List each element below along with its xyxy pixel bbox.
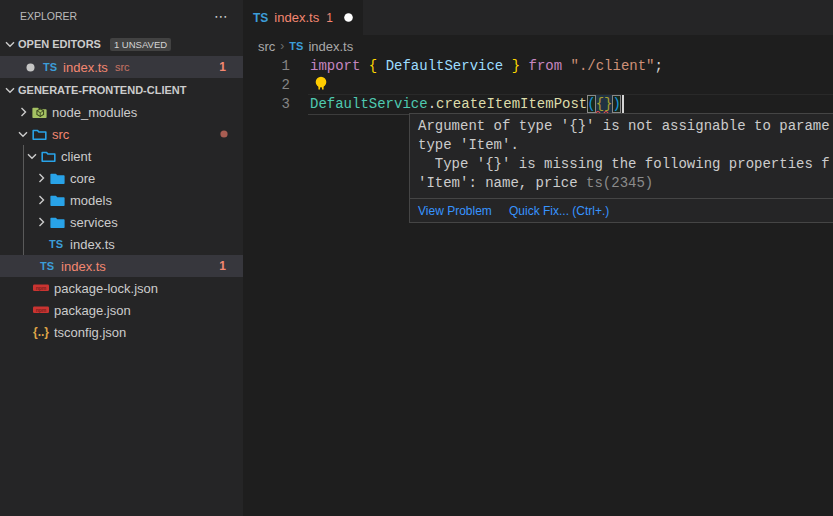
svg-text:npm: npm bbox=[36, 285, 47, 291]
svg-text:npm: npm bbox=[36, 307, 47, 313]
